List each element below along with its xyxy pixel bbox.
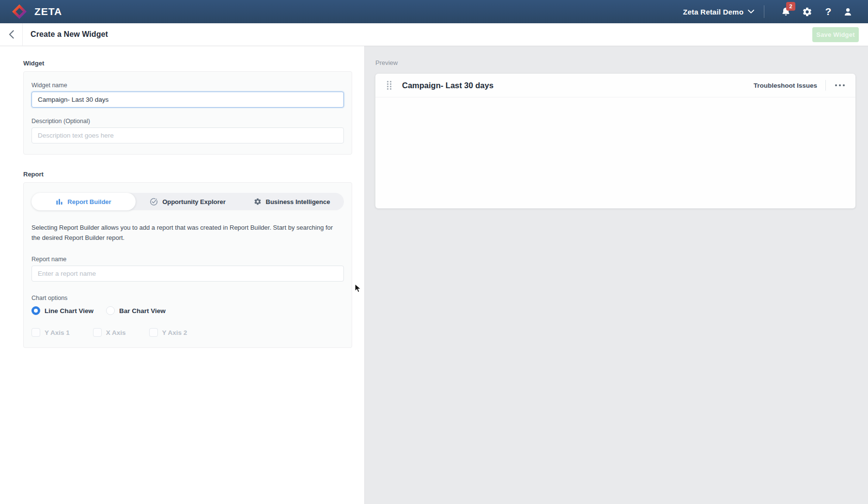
widget-name-input[interactable] (31, 92, 344, 108)
tab-opportunity-explorer[interactable]: Opportunity Explorer (136, 193, 240, 210)
action-divider (825, 80, 826, 91)
report-card: Report Builder Opportunity Explorer Busi… (23, 182, 352, 348)
report-source-tabs: Report Builder Opportunity Explorer Busi… (31, 193, 344, 210)
brand-wordmark: ZETA (34, 6, 62, 17)
chevron-left-icon (9, 30, 14, 39)
checkbox-icon (31, 328, 40, 337)
checkbox-label: X Axis (106, 329, 126, 336)
checkbox-label: Y Axis 1 (45, 329, 70, 336)
notifications-button[interactable]: 2 (775, 6, 796, 17)
tab-report-builder[interactable]: Report Builder (31, 193, 136, 210)
widget-form-panel: Widget Widget name Description (Optional… (0, 46, 365, 504)
widget-name-label: Widget name (31, 82, 344, 89)
account-switcher[interactable]: Zeta Retail Demo (683, 8, 754, 16)
drag-handle-icon[interactable] (387, 81, 391, 90)
account-name: Zeta Retail Demo (683, 8, 744, 16)
back-button[interactable] (0, 23, 23, 46)
widget-section-label: Widget (23, 60, 352, 67)
report-name-label: Report name (31, 256, 344, 263)
radio-selected-icon (31, 306, 40, 315)
opportunity-target-icon (150, 198, 158, 206)
checkbox-icon (149, 328, 158, 337)
preview-card-title: Campaign- Last 30 days (402, 81, 494, 90)
chart-options-label: Chart options (31, 295, 344, 301)
checkbox-y-axis-1[interactable]: Y Axis 1 (31, 328, 70, 337)
preview-widget-card: Campaign- Last 30 days Troubleshoot Issu… (375, 74, 855, 208)
description-input[interactable] (31, 127, 344, 143)
zeta-logo[interactable]: ZETA (11, 3, 62, 20)
preview-card-header: Campaign- Last 30 days Troubleshoot Issu… (375, 74, 855, 97)
user-icon (843, 7, 853, 17)
checkbox-x-axis[interactable]: X Axis (93, 328, 126, 337)
report-section-label: Report (23, 171, 352, 178)
more-options-icon[interactable] (834, 82, 846, 88)
bar-chart-icon (56, 198, 63, 205)
radio-line-chart-view[interactable]: Line Chart View (31, 306, 93, 315)
radio-unselected-icon (106, 306, 115, 315)
settings-button[interactable] (796, 7, 818, 17)
tab-label: Business Intelligence (266, 198, 330, 205)
nav-divider (764, 5, 764, 18)
notification-badge: 2 (786, 2, 795, 11)
preview-panel: Preview Campaign- Last 30 days Troublesh… (365, 46, 868, 504)
checkbox-icon (93, 328, 102, 337)
radio-label: Line Chart View (45, 307, 93, 315)
widget-card: Widget name Description (Optional) (23, 71, 352, 155)
radio-label: Bar Chart View (119, 307, 166, 315)
description-label: Description (Optional) (31, 118, 344, 125)
gear-icon (254, 198, 262, 205)
axis-checkbox-row: Y Axis 1 X Axis Y Axis 2 (31, 328, 344, 337)
zeta-diamond-icon (11, 3, 28, 20)
top-navbar: ZETA Zeta Retail Demo 2 ? (0, 0, 868, 23)
tab-label: Report Builder (67, 198, 111, 205)
tab-label: Opportunity Explorer (162, 198, 226, 205)
help-button[interactable]: ? (818, 6, 839, 17)
preview-label: Preview (375, 59, 856, 66)
page-title: Create a New Widget (31, 30, 108, 39)
preview-card-body (375, 97, 855, 208)
troubleshoot-issues-link[interactable]: Troubleshoot Issues (754, 82, 817, 89)
report-name-input[interactable] (31, 266, 344, 282)
chart-type-radio-row: Line Chart View Bar Chart View (31, 306, 344, 315)
report-helper-text: Selecting Report Builder allows you to a… (31, 223, 344, 243)
chevron-down-icon (748, 10, 754, 14)
tab-business-intelligence[interactable]: Business Intelligence (240, 193, 344, 210)
save-widget-button[interactable]: Save Widget (812, 27, 859, 42)
checkbox-y-axis-2[interactable]: Y Axis 2 (149, 328, 187, 337)
question-mark-icon: ? (825, 6, 832, 17)
radio-bar-chart-view[interactable]: Bar Chart View (106, 306, 166, 315)
page-header: Create a New Widget Save Widget (0, 23, 868, 46)
gear-icon (802, 7, 812, 17)
user-menu-button[interactable] (839, 7, 856, 17)
checkbox-label: Y Axis 2 (162, 329, 187, 336)
